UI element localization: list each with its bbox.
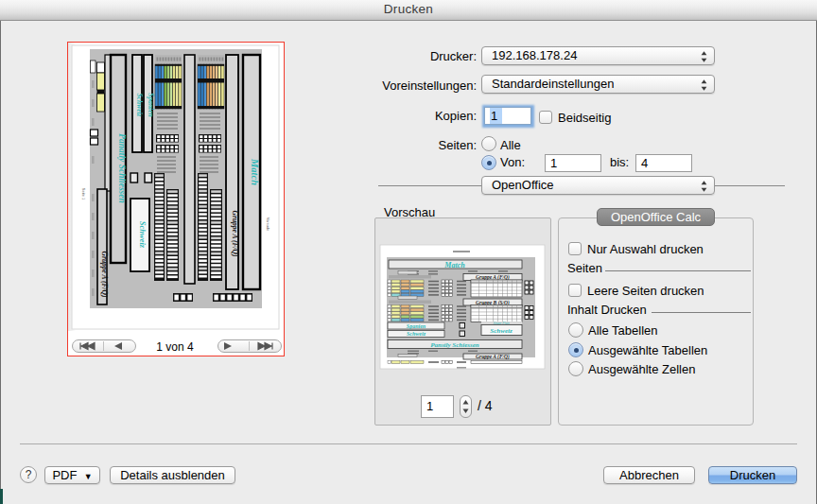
svg-text:Spanien: Spanien [407,323,426,329]
svg-text:Gruppe A (F/Q): Gruppe A (F/Q) [100,252,109,298]
svg-text:Match: Match [250,158,260,185]
svg-text:Schweiz: Schweiz [407,331,426,337]
svg-text:Panatly Schliessen: Panatly Schliessen [117,133,127,203]
svg-text:Panstly Schiessen: Panstly Schiessen [430,341,479,349]
svg-text:Schweiz: Schweiz [135,93,144,116]
svg-text:Gruppe A (F/Q): Gruppe A (F/Q) [231,211,239,257]
svg-text:Gruppe A (F/Q): Gruppe A (F/Q) [476,354,510,360]
svg-text:Spanien: Spanien [147,93,155,116]
svg-text:Vorsude: Vorsude [266,217,270,232]
svg-text:Schweiz: Schweiz [138,221,148,249]
svg-text:Match: Match [443,261,465,269]
svg-text:Seite 1: Seite 1 [81,188,86,200]
svg-text:Schweiz: Schweiz [490,327,513,335]
